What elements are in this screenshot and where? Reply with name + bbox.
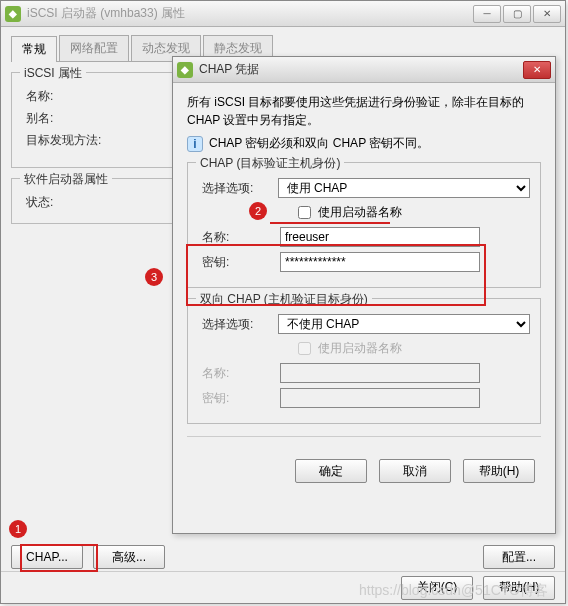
- group-mutual-chap: 双向 CHAP (主机验证目标身份) 选择选项: 不使用 CHAP 使用启动器名…: [187, 298, 541, 424]
- chap-select[interactable]: 使用 CHAP: [278, 178, 530, 198]
- mutual-select[interactable]: 不使用 CHAP: [278, 314, 530, 334]
- chap-button[interactable]: CHAP...: [11, 545, 83, 569]
- cancel-button[interactable]: 取消: [379, 459, 451, 483]
- label-mutual-secret: 密钥:: [202, 390, 280, 407]
- label-alias: 别名:: [26, 110, 104, 127]
- group-iscsi-legend: iSCSI 属性: [20, 65, 86, 82]
- tab-network[interactable]: 网络配置: [59, 35, 129, 61]
- chap-credentials-dialog: ◆ CHAP 凭据 ✕ 所有 iSCSI 目标都要使用这些凭据进行身份验证，除非…: [172, 56, 556, 534]
- chap-secret-input[interactable]: [280, 252, 480, 272]
- minimize-button[interactable]: ─: [473, 5, 501, 23]
- label-mutual-name: 名称:: [202, 365, 280, 382]
- footer: 关闭(C) 帮助(H): [1, 571, 565, 603]
- group-chap: CHAP (目标验证主机身份) 选择选项: 使用 CHAP 使用启动器名称 名称…: [187, 162, 541, 288]
- group-chap-legend: CHAP (目标验证主机身份): [196, 155, 344, 172]
- use-initiator-input[interactable]: [298, 206, 311, 219]
- app-icon: ◆: [177, 62, 193, 78]
- titlebar[interactable]: ◆ iSCSI 启动器 (vmhba33) 属性 ─ ▢ ✕: [1, 1, 565, 27]
- chap-name-input[interactable]: [280, 227, 480, 247]
- mutual-secret-input: [280, 388, 480, 408]
- label-status: 状态:: [26, 194, 104, 211]
- dialog-titlebar[interactable]: ◆ CHAP 凭据 ✕: [173, 57, 555, 83]
- close-button[interactable]: ✕: [533, 5, 561, 23]
- label-mutual-select: 选择选项:: [202, 316, 278, 333]
- configure-button[interactable]: 配置...: [483, 545, 555, 569]
- mutual-use-initiator-checkbox: 使用启动器名称: [294, 339, 402, 358]
- use-initiator-checkbox[interactable]: 使用启动器名称: [294, 203, 402, 222]
- group-software-legend: 软件启动器属性: [20, 171, 112, 188]
- app-icon: ◆: [5, 6, 21, 22]
- dialog-title: CHAP 凭据: [199, 61, 523, 78]
- info-icon: i: [187, 136, 203, 152]
- dialog-close-button[interactable]: ✕: [523, 61, 551, 79]
- mutual-name-input: [280, 363, 480, 383]
- label-chap-name: 名称:: [202, 229, 280, 246]
- label-chap-secret: 密钥:: [202, 254, 280, 271]
- ok-button[interactable]: 确定: [295, 459, 367, 483]
- advanced-button[interactable]: 高级...: [93, 545, 165, 569]
- group-mutual-legend: 双向 CHAP (主机验证目标身份): [196, 291, 372, 308]
- window-title: iSCSI 启动器 (vmhba33) 属性: [27, 5, 473, 22]
- separator: [187, 436, 541, 437]
- mutual-use-initiator-label: 使用启动器名称: [318, 340, 402, 357]
- label-name: 名称:: [26, 88, 104, 105]
- label-discovery: 目标发现方法:: [26, 132, 136, 149]
- intro-text: 所有 iSCSI 目标都要使用这些凭据进行身份验证，除非在目标的 CHAP 设置…: [187, 93, 541, 129]
- mutual-use-initiator-input: [298, 342, 311, 355]
- hint-text: CHAP 密钥必须和双向 CHAP 密钥不同。: [209, 135, 429, 152]
- close-main-button[interactable]: 关闭(C): [401, 576, 473, 600]
- use-initiator-label: 使用启动器名称: [318, 204, 402, 221]
- maximize-button[interactable]: ▢: [503, 5, 531, 23]
- label-select-option: 选择选项:: [202, 180, 278, 197]
- tab-general[interactable]: 常规: [11, 36, 57, 62]
- help-main-button[interactable]: 帮助(H): [483, 576, 555, 600]
- dialog-help-button[interactable]: 帮助(H): [463, 459, 535, 483]
